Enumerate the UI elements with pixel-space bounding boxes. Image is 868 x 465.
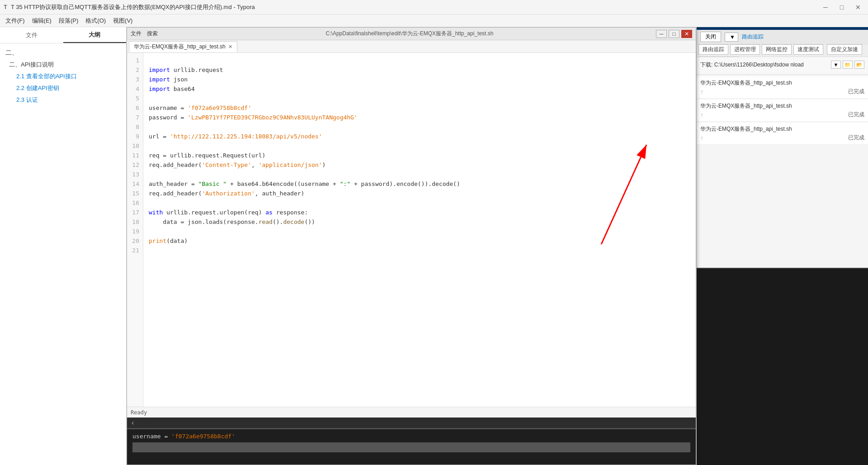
fs-tab-label: 华为云-EMQX服务器_http_api_test.sh	[134, 43, 226, 51]
right-panel: 关闭 ▼ 路由追踪 路由追踪 进程管理 网络监控 速度测试 自定义加速 双边TC…	[696, 27, 868, 465]
fs-terminal[interactable]: username = 'f072a6e9758b8cdf'	[127, 428, 696, 465]
fs-menu-search[interactable]: 搜索	[147, 30, 158, 38]
rp-terminal[interactable]	[697, 268, 868, 465]
finalshell-window: 文件 搜索 C:\AppData\finalshell\temp\edit\华为…	[127, 27, 696, 465]
fs-close-button[interactable]: ✕	[681, 30, 692, 38]
sidebar: 文件 大纲 二、 二、API接口说明 2.1 查看全部的API接口 2.2 创建…	[0, 27, 127, 465]
rp-path-folder-button[interactable]: 📂	[854, 61, 864, 69]
fs-tab-close-button[interactable]: ✕	[228, 44, 232, 50]
rp-btn-route[interactable]: 路由追踪	[698, 44, 728, 55]
rp-file-name: 华为云-EMQX服务器_http_api_test.sh	[700, 125, 864, 133]
rp-file-status: ↑ 已完成	[700, 111, 864, 119]
fs-code-area[interactable]: 1234 5678 9101112 13141516 17181920 21 i…	[127, 53, 696, 465]
editor-container: 文件 搜索 C:\AppData\finalshell\temp\edit\华为…	[127, 27, 868, 465]
rp-file-item: 华为云-EMQX服务器_http_api_test.sh ↑ 已完成	[697, 123, 868, 145]
fs-minimize-button[interactable]: ─	[656, 30, 667, 38]
chevron-down-icon: ▼	[730, 34, 735, 40]
menu-paragraph[interactable]: 段落(P)	[55, 16, 82, 26]
menu-bar: 文件(F) 编辑(E) 段落(P) 格式(O) 视图(V)	[0, 14, 868, 27]
fs-maximize-button[interactable]: □	[669, 30, 679, 38]
window-controls: ─ □ ✕	[819, 3, 864, 12]
rp-download-info: 下载: C:\Users\11266\Desktop\fsdow nload ▼…	[697, 57, 868, 75]
outline-item[interactable]: 2.2 创建API密钥	[0, 82, 126, 94]
rp-file-done: 已完成	[848, 88, 864, 95]
rp-btn-speedtest[interactable]: 速度测试	[793, 44, 823, 55]
menu-file[interactable]: 文件(F)	[2, 16, 28, 26]
rp-close-button[interactable]: 关闭	[700, 32, 721, 42]
rp-file-item: 华为云-EMQX服务器_http_api_test.sh ↑ 已完成	[697, 76, 868, 99]
maximize-button[interactable]: □	[835, 3, 848, 12]
rp-file-done: 已完成	[848, 134, 864, 142]
outline-item[interactable]: 2.3 认证	[0, 94, 126, 106]
menu-format[interactable]: 格式(O)	[82, 16, 109, 26]
rp-path-dropdown-button[interactable]: ▼	[831, 61, 841, 69]
fs-window-controls: ─ □ ✕	[656, 30, 692, 38]
outline-item[interactable]: 二、	[0, 47, 126, 59]
sidebar-tab-file[interactable]: 文件	[0, 27, 63, 43]
rp-btn-netmon[interactable]: 网络监控	[762, 44, 792, 55]
rp-dropdown[interactable]: ▼	[725, 33, 738, 42]
fs-title-path: C:\AppData\finalshell\temp\edit\华为云-EMQX…	[163, 30, 656, 38]
menu-view[interactable]: 视图(V)	[109, 16, 136, 26]
rp-header: 关闭 ▼ 路由追踪	[697, 30, 868, 44]
fs-terminal-nav-back[interactable]: ‹	[131, 418, 135, 427]
sidebar-outline: 二、 二、API接口说明 2.1 查看全部的API接口 2.2 创建API密钥 …	[0, 43, 126, 465]
rp-file-name: 华为云-EMQX服务器_http_api_test.sh	[700, 79, 864, 87]
rp-file-list: 华为云-EMQX服务器_http_api_test.sh ↑ 已完成 华为云-E…	[697, 75, 868, 268]
fs-line-numbers: 1234 5678 9101112 13141516 17181920 21	[127, 53, 143, 407]
fs-code-content[interactable]: import urllib.request import json import…	[143, 53, 696, 407]
fs-tab-active[interactable]: 华为云-EMQX服务器_http_api_test.sh ✕	[129, 41, 237, 52]
rp-path-text: 下载: C:\Users\11266\Desktop\fsdow nload	[700, 61, 829, 69]
sidebar-tab-outline[interactable]: 大纲	[63, 27, 127, 43]
fs-menu-file[interactable]: 文件	[131, 30, 142, 38]
close-button[interactable]: ✕	[852, 3, 864, 12]
rp-file-status: ↑ 已完成	[700, 134, 864, 142]
minimize-button[interactable]: ─	[819, 3, 832, 12]
outline-item[interactable]: 2.1 查看全部的API接口	[0, 71, 126, 82]
sidebar-tab-bar: 文件 大纲	[0, 27, 126, 43]
fs-terminal-nav: ‹	[127, 418, 696, 428]
fs-title-bar: 文件 搜索 C:\AppData\finalshell\temp\edit\华为…	[127, 28, 696, 40]
main-content: 文件 大纲 二、 二、API接口说明 2.1 查看全部的API接口 2.2 创建…	[0, 27, 868, 465]
rp-file-done: 已完成	[848, 111, 864, 119]
rp-toolbar: 路由追踪 进程管理 网络监控 速度测试 自定义加速 双边TCP加速	[697, 44, 868, 57]
rp-btn-custom[interactable]: 自定义加速	[827, 44, 862, 55]
rp-download-path: 下载: C:\Users\11266\Desktop\fsdow nload ▼…	[700, 61, 864, 69]
rp-file-status: ↑ 已完成	[700, 88, 864, 95]
app-icon: T	[4, 4, 7, 10]
upload-icon: ↑	[700, 134, 703, 142]
upload-icon: ↑	[700, 111, 703, 119]
title-bar-title: T 35 HTTP协议获取自己MQTT服务器设备上传的数据(EMQX的API接口…	[11, 3, 819, 11]
title-bar: T T 35 HTTP协议获取自己MQTT服务器设备上传的数据(EMQX的API…	[0, 0, 868, 14]
rp-file-name: 华为云-EMQX服务器_http_api_test.sh	[700, 102, 864, 110]
fs-terminal-line: username = 'f072a6e9758b8cdf'	[132, 433, 235, 440]
fs-status-text: Ready	[131, 409, 147, 416]
rp-file-item: 华为云-EMQX服务器_http_api_test.sh ↑ 已完成	[697, 100, 868, 122]
upload-icon: ↑	[700, 88, 703, 95]
fs-status-bar: Ready	[127, 407, 696, 418]
fs-tab-bar: 华为云-EMQX服务器_http_api_test.sh ✕	[127, 40, 696, 53]
rp-path-browse-button[interactable]: 📁	[843, 61, 853, 69]
menu-edit[interactable]: 编辑(E)	[28, 16, 55, 26]
outline-item[interactable]: 二、API接口说明	[0, 59, 126, 71]
rp-route-trace-link[interactable]: 路由追踪	[742, 33, 764, 41]
rp-btn-process[interactable]: 进程管理	[730, 44, 760, 55]
